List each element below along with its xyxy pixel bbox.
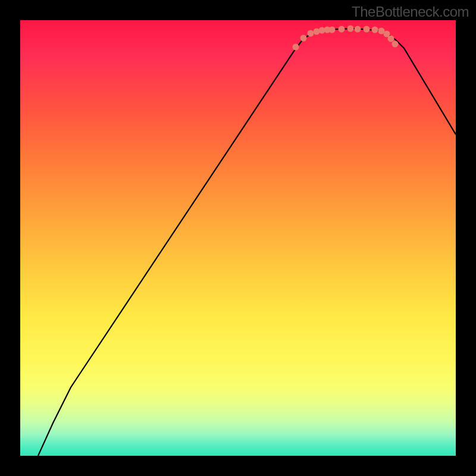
- marker-dot: [300, 35, 307, 42]
- plot-area: [20, 20, 456, 456]
- marker-dot: [329, 27, 336, 33]
- marker-dot: [355, 26, 361, 33]
- bottleneck-curve: [38, 29, 456, 456]
- marker-dot: [388, 36, 394, 42]
- marker-dot: [364, 26, 370, 33]
- marker-dot: [308, 30, 314, 37]
- marker-dot: [339, 26, 345, 33]
- chart-svg: [20, 20, 456, 456]
- marker-dot: [372, 27, 378, 33]
- watermark-text: TheBottleneck.com: [352, 4, 469, 20]
- marker-dot: [293, 44, 299, 51]
- marker-dot: [347, 26, 354, 32]
- marker-dot: [392, 41, 399, 48]
